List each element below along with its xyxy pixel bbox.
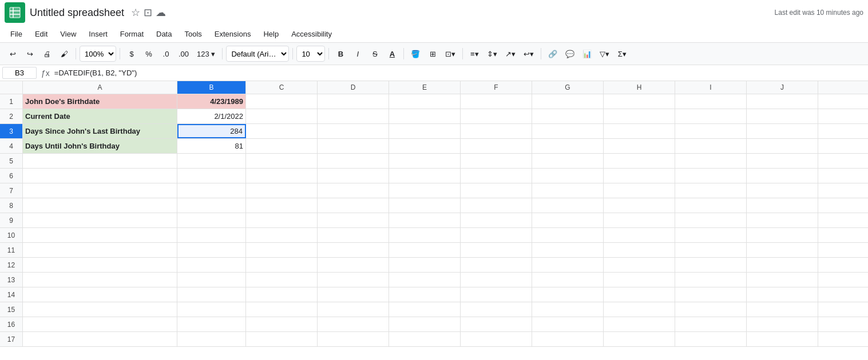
cell-i12[interactable] [675, 258, 747, 272]
cell-c17[interactable] [246, 332, 318, 346]
cell-d8[interactable] [318, 198, 389, 213]
fill-color-button[interactable]: 🪣 [407, 46, 423, 62]
zoom-select[interactable]: 100% [80, 46, 116, 62]
row-number-4[interactable]: 4 [0, 139, 23, 153]
cell-h13[interactable] [604, 273, 675, 287]
cell-g1[interactable] [532, 94, 604, 109]
cell-j9[interactable] [747, 213, 818, 227]
cell-a15[interactable] [23, 302, 177, 317]
row-number-10[interactable]: 10 [0, 228, 23, 242]
cell-reference-input[interactable]: B3 [2, 67, 37, 79]
cell-b16[interactable] [177, 317, 246, 331]
cell-c13[interactable] [246, 273, 318, 287]
cell-a9[interactable] [23, 213, 177, 227]
cell-j3[interactable] [747, 124, 818, 138]
cell-c5[interactable] [246, 154, 318, 168]
cell-c2[interactable] [246, 109, 318, 123]
cell-i9[interactable] [675, 213, 747, 227]
cell-b6[interactable] [177, 169, 246, 183]
cell-g6[interactable] [532, 169, 604, 183]
v-align-button[interactable]: ⇕▾ [483, 46, 501, 62]
cell-b10[interactable] [177, 228, 246, 242]
cell-b14[interactable] [177, 287, 246, 302]
cell-i15[interactable] [675, 302, 747, 317]
col-header-c[interactable]: C [246, 81, 318, 94]
cell-h2[interactable] [604, 109, 675, 123]
cell-j16[interactable] [747, 317, 818, 331]
cell-b8[interactable] [177, 198, 246, 213]
cell-c11[interactable] [246, 243, 318, 257]
cell-g12[interactable] [532, 258, 604, 272]
format123-button[interactable]: 123 ▾ [193, 46, 219, 62]
cell-c8[interactable] [246, 198, 318, 213]
cell-i11[interactable] [675, 243, 747, 257]
cell-h8[interactable] [604, 198, 675, 213]
cell-j13[interactable] [747, 273, 818, 287]
col-header-g[interactable]: G [532, 81, 604, 94]
font-size-select[interactable]: 10 [296, 46, 325, 62]
menu-extensions[interactable]: Extensions [209, 27, 257, 41]
cell-g3[interactable] [532, 124, 604, 138]
cell-j10[interactable] [747, 228, 818, 242]
link-button[interactable]: 🔗 [545, 46, 561, 62]
cell-d17[interactable] [318, 332, 389, 346]
cell-b2[interactable]: 2/1/2022 [177, 109, 246, 123]
cell-e15[interactable] [389, 302, 461, 317]
cell-d12[interactable] [318, 258, 389, 272]
cell-i7[interactable] [675, 183, 747, 198]
cell-f9[interactable] [461, 213, 532, 227]
cell-d5[interactable] [318, 154, 389, 168]
cell-c16[interactable] [246, 317, 318, 331]
cell-h1[interactable] [604, 94, 675, 109]
cell-e13[interactable] [389, 273, 461, 287]
cell-g11[interactable] [532, 243, 604, 257]
cell-i16[interactable] [675, 317, 747, 331]
redo-button[interactable]: ↪ [22, 46, 38, 62]
formula-input[interactable]: =DATEDIF(B1, B2, "YD") [54, 69, 866, 77]
row-number-14[interactable]: 14 [0, 287, 23, 302]
menu-format[interactable]: Format [114, 27, 149, 41]
cell-j14[interactable] [747, 287, 818, 302]
text-rotate-button[interactable]: ↗▾ [502, 46, 519, 62]
menu-help[interactable]: Help [257, 27, 284, 41]
cell-d16[interactable] [318, 317, 389, 331]
cell-h6[interactable] [604, 169, 675, 183]
row-number-3[interactable]: 3 [0, 124, 23, 138]
title-text[interactable]: Untitled spreadsheet [30, 7, 124, 19]
cell-e5[interactable] [389, 154, 461, 168]
cell-d15[interactable] [318, 302, 389, 317]
cell-b9[interactable] [177, 213, 246, 227]
col-header-i[interactable]: I [675, 81, 747, 94]
cell-f4[interactable] [461, 139, 532, 153]
cell-i5[interactable] [675, 154, 747, 168]
cell-d4[interactable] [318, 139, 389, 153]
cell-d9[interactable] [318, 213, 389, 227]
underline-a-button[interactable]: A [384, 46, 400, 62]
cell-f14[interactable] [461, 287, 532, 302]
cell-c10[interactable] [246, 228, 318, 242]
menu-insert[interactable]: Insert [83, 27, 113, 41]
cell-a6[interactable] [23, 169, 177, 183]
cell-c15[interactable] [246, 302, 318, 317]
cell-f15[interactable] [461, 302, 532, 317]
cell-b1[interactable]: 4/23/1989 [177, 94, 246, 109]
cell-h12[interactable] [604, 258, 675, 272]
chart-button[interactable]: 📊 [579, 46, 595, 62]
cell-h9[interactable] [604, 213, 675, 227]
cell-c7[interactable] [246, 183, 318, 198]
row-number-12[interactable]: 12 [0, 258, 23, 272]
cell-h7[interactable] [604, 183, 675, 198]
col-header-d[interactable]: D [318, 81, 389, 94]
cell-g7[interactable] [532, 183, 604, 198]
row-number-9[interactable]: 9 [0, 213, 23, 227]
cell-d3[interactable] [318, 124, 389, 138]
cell-g13[interactable] [532, 273, 604, 287]
cell-b11[interactable] [177, 243, 246, 257]
cell-j8[interactable] [747, 198, 818, 213]
cell-j11[interactable] [747, 243, 818, 257]
col-header-b[interactable]: B [177, 81, 246, 94]
cell-a3[interactable]: Days Since John's Last Birthday [23, 124, 177, 138]
cell-c14[interactable] [246, 287, 318, 302]
cell-b15[interactable] [177, 302, 246, 317]
menu-tools[interactable]: Tools [179, 27, 207, 41]
